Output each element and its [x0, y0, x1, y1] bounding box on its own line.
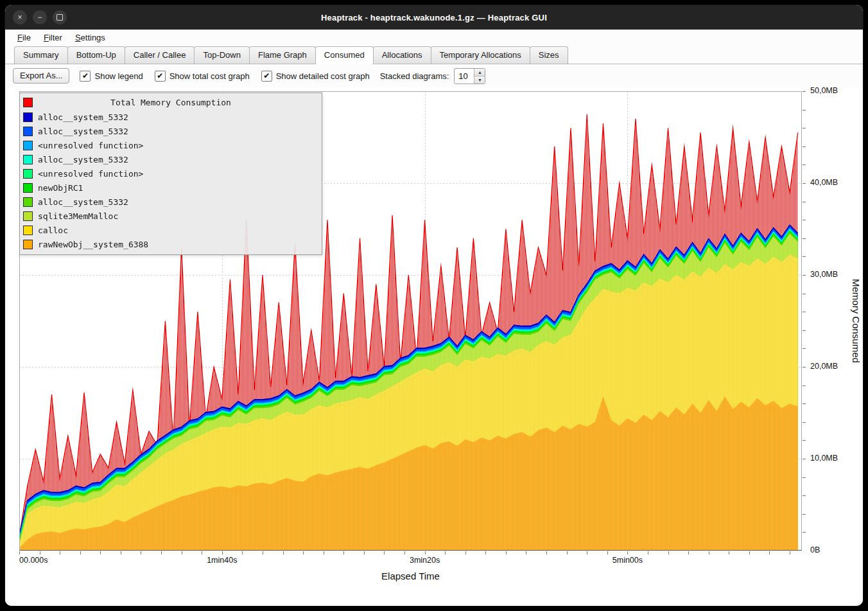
spin-up-button[interactable]: ▲ [474, 69, 485, 76]
legend-entry-label: newObjRC1 [38, 183, 83, 193]
legend-entry-label: alloc__system_5332 [38, 112, 128, 122]
checkmark-icon: ✔ [261, 71, 272, 82]
app-window: × − Heaptrack - heaptrack.wakunode.1.gz … [5, 5, 863, 606]
legend-entry: sqlite3MemMalloc [20, 209, 322, 223]
tab-bar: SummaryBottom-UpCaller / CalleeTop-DownF… [5, 46, 863, 64]
legend-color-swatch [23, 141, 33, 150]
tab-bottom-up[interactable]: Bottom-Up [67, 46, 125, 64]
legend-entry-label: alloc__system_5332 [38, 127, 128, 136]
tab-sizes[interactable]: Sizes [530, 46, 568, 64]
legend-entry-label: sqlite3MemMalloc [38, 211, 118, 221]
checkbox-label: Show detailed cost graph [276, 71, 370, 81]
legend-entry-label: rawNewObj__system_6388 [38, 240, 148, 249]
checkbox-label: Show legend [94, 71, 143, 81]
spin-down-button[interactable]: ▼ [474, 76, 485, 84]
window-title: Heaptrack - heaptrack.wakunode.1.gz — He… [5, 13, 863, 22]
menu-bar: FileFilterSettings [5, 30, 863, 46]
chart-region: 0B10,0MB20,0MB30,0MB40,0MB50,0MB 00.000s… [5, 87, 863, 606]
checkmark-icon: ✔ [80, 71, 91, 82]
legend-swatch-total [23, 98, 33, 107]
toolbar-checkboxes: ✔Show legend✔Show total cost graph✔Show … [80, 71, 369, 82]
y-tick-label: 0B [810, 545, 820, 554]
legend-color-swatch [23, 112, 33, 122]
menu-filter[interactable]: Filter [38, 31, 68, 44]
legend-entry: <unresolved function> [20, 138, 322, 152]
maximize-button[interactable] [53, 10, 67, 24]
legend-color-swatch [23, 240, 33, 249]
y-tick-label: 50,0MB [810, 86, 838, 95]
legend-color-swatch [23, 211, 33, 221]
toolbar: Export As... ✔Show legend✔Show total cos… [5, 64, 863, 87]
y-tick-label: 10,0MB [810, 454, 838, 463]
minimize-button[interactable]: − [33, 10, 47, 24]
tab-caller-callee[interactable]: Caller / Callee [125, 46, 195, 64]
close-button[interactable]: × [13, 10, 27, 24]
x-tick-label: 00.000s [19, 556, 48, 565]
tab-flame-graph[interactable]: Flame Graph [249, 46, 316, 64]
x-axis-title: Elapsed Time [19, 571, 802, 581]
legend-entry: alloc__system_5332 [20, 110, 322, 124]
legend-color-swatch [23, 169, 33, 179]
legend-entry-label: <unresolved function> [38, 169, 143, 179]
checkbox-show-detailed-cost-graph[interactable]: ✔Show detailed cost graph [261, 71, 370, 82]
legend-color-swatch [23, 183, 33, 193]
legend-color-swatch [23, 127, 33, 136]
x-tick-label: 5min00s [612, 556, 643, 565]
menu-settings[interactable]: Settings [69, 31, 111, 44]
legend-entry: newObjRC1 [20, 181, 322, 195]
y-axis-ticks [803, 91, 806, 551]
legend-entry-label: alloc__system_5332 [38, 197, 128, 207]
legend-entry: alloc__system_5332 [20, 152, 322, 166]
tab-summary[interactable]: Summary [14, 46, 68, 64]
tab-top-down[interactable]: Top-Down [194, 46, 250, 64]
y-axis-title: Memory Consumed [851, 91, 862, 551]
legend-color-swatch [23, 197, 33, 207]
checkmark-icon: ✔ [155, 71, 166, 82]
tab-consumed[interactable]: Consumed [315, 46, 374, 64]
chart-legend[interactable]: Total Memory Consumption alloc__system_5… [19, 93, 322, 255]
legend-entry: alloc__system_5332 [20, 124, 322, 138]
legend-title-row: Total Memory Consumption [20, 95, 322, 110]
x-tick-label: 3min20s [410, 556, 440, 565]
legend-entry-label: <unresolved function> [38, 141, 143, 150]
legend-entry-label: alloc__system_5332 [38, 155, 128, 164]
tab-temporary-allocations[interactable]: Temporary Allocations [431, 46, 530, 64]
x-axis-ticks [19, 551, 802, 554]
legend-entry: rawNewObj__system_6388 [20, 237, 322, 251]
stacked-diagrams-spinbox[interactable]: 10 ▲ ▼ [454, 68, 485, 84]
titlebar[interactable]: × − Heaptrack - heaptrack.wakunode.1.gz … [5, 5, 863, 30]
spinbox-buttons: ▲ ▼ [474, 69, 485, 84]
stacked-diagrams-label: Stacked diagrams: [380, 71, 449, 81]
export-as-button[interactable]: Export As... [13, 68, 69, 84]
checkbox-show-legend[interactable]: ✔Show legend [80, 71, 143, 82]
x-tick-label: 1min40s [207, 556, 237, 565]
legend-color-swatch [23, 155, 33, 164]
close-icon: × [17, 13, 22, 21]
maximize-icon [56, 14, 63, 21]
y-tick-label: 20,0MB [810, 362, 838, 371]
tab-allocations[interactable]: Allocations [373, 46, 431, 64]
legend-entry: <unresolved function> [20, 166, 322, 181]
menu-file[interactable]: File [12, 31, 37, 44]
window-controls: × − [5, 10, 67, 24]
checkbox-show-total-cost-graph[interactable]: ✔Show total cost graph [155, 71, 250, 82]
y-tick-label: 30,0MB [810, 270, 838, 279]
minimize-icon: − [37, 13, 42, 21]
legend-title: Total Memory Consumption [20, 98, 322, 107]
checkbox-label: Show total cost graph [169, 71, 250, 81]
legend-entry-label: calloc [38, 226, 68, 235]
legend-color-swatch [23, 226, 33, 235]
legend-entry: calloc [20, 223, 322, 237]
legend-entry: alloc__system_5332 [20, 195, 322, 209]
spinbox-value[interactable]: 10 [455, 69, 474, 84]
y-tick-label: 40,0MB [810, 178, 838, 187]
